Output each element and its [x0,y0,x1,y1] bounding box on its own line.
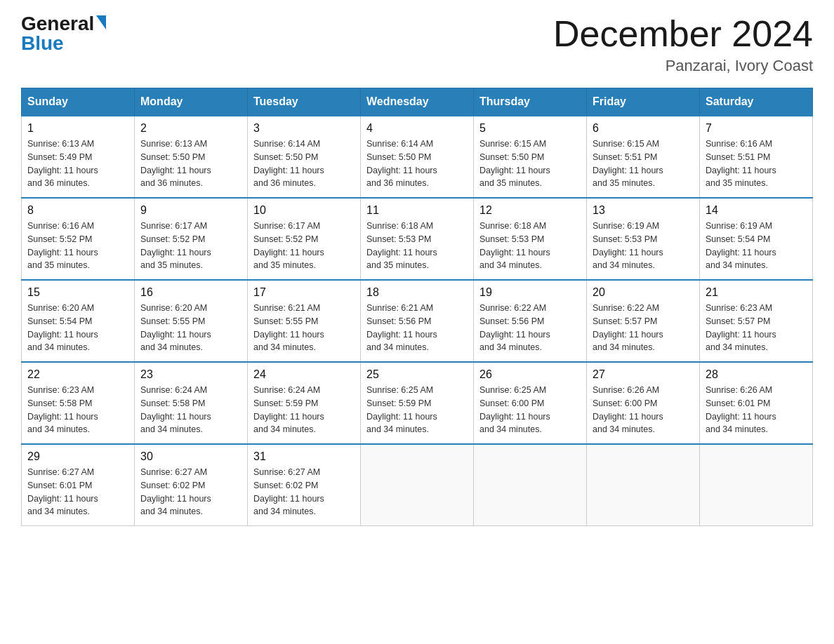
calendar-cell: 10Sunrise: 6:17 AMSunset: 5:52 PMDayligh… [248,198,361,280]
calendar-week-row: 1Sunrise: 6:13 AMSunset: 5:49 PMDaylight… [22,116,813,198]
calendar-cell: 23Sunrise: 6:24 AMSunset: 5:58 PMDayligh… [135,362,248,444]
day-number: 31 [253,450,355,463]
calendar-cell: 31Sunrise: 6:27 AMSunset: 6:02 PMDayligh… [248,444,361,526]
day-info: Sunrise: 6:15 AMSunset: 5:50 PMDaylight:… [479,137,581,190]
calendar-cell: 18Sunrise: 6:21 AMSunset: 5:56 PMDayligh… [361,280,474,362]
calendar-cell: 1Sunrise: 6:13 AMSunset: 5:49 PMDaylight… [22,116,135,198]
calendar-cell: 16Sunrise: 6:20 AMSunset: 5:55 PMDayligh… [135,280,248,362]
day-info: Sunrise: 6:15 AMSunset: 5:51 PMDaylight:… [593,137,694,190]
calendar-cell: 27Sunrise: 6:26 AMSunset: 6:00 PMDayligh… [587,362,700,444]
day-number: 21 [706,286,807,299]
day-number: 27 [593,368,694,381]
day-info: Sunrise: 6:14 AMSunset: 5:50 PMDaylight:… [253,137,355,190]
day-number: 4 [366,122,468,135]
day-number: 25 [366,368,468,381]
calendar-cell: 12Sunrise: 6:18 AMSunset: 5:53 PMDayligh… [474,198,587,280]
calendar-cell: 25Sunrise: 6:25 AMSunset: 5:59 PMDayligh… [361,362,474,444]
calendar-body: 1Sunrise: 6:13 AMSunset: 5:49 PMDaylight… [22,116,813,526]
calendar-cell: 9Sunrise: 6:17 AMSunset: 5:52 PMDaylight… [135,198,248,280]
day-number: 30 [140,450,241,463]
calendar-cell: 17Sunrise: 6:21 AMSunset: 5:55 PMDayligh… [248,280,361,362]
weekday-header-friday: Friday [587,88,700,116]
logo: General Blue [21,14,106,53]
weekday-header-sunday: Sunday [22,88,135,116]
day-info: Sunrise: 6:20 AMSunset: 5:54 PMDaylight:… [27,302,128,354]
day-number: 3 [253,122,355,135]
day-info: Sunrise: 6:26 AMSunset: 6:01 PMDaylight:… [706,384,807,436]
day-number: 10 [253,204,355,217]
day-number: 22 [27,368,128,381]
calendar-cell: 28Sunrise: 6:26 AMSunset: 6:01 PMDayligh… [700,362,813,444]
calendar-cell: 2Sunrise: 6:13 AMSunset: 5:50 PMDaylight… [135,116,248,198]
weekday-header-thursday: Thursday [474,88,587,116]
calendar-cell: 6Sunrise: 6:15 AMSunset: 5:51 PMDaylight… [587,116,700,198]
day-number: 9 [140,204,241,217]
day-number: 8 [27,204,128,217]
day-info: Sunrise: 6:13 AMSunset: 5:50 PMDaylight:… [140,137,241,190]
weekday-header-tuesday: Tuesday [248,88,361,116]
calendar-cell: 15Sunrise: 6:20 AMSunset: 5:54 PMDayligh… [22,280,135,362]
logo-general: General [21,14,94,34]
day-info: Sunrise: 6:25 AMSunset: 5:59 PMDaylight:… [366,384,468,436]
day-info: Sunrise: 6:24 AMSunset: 5:59 PMDaylight:… [253,384,355,436]
day-number: 1 [27,122,128,135]
calendar-cell: 30Sunrise: 6:27 AMSunset: 6:02 PMDayligh… [135,444,248,526]
calendar-cell [474,444,587,526]
calendar-cell: 29Sunrise: 6:27 AMSunset: 6:01 PMDayligh… [22,444,135,526]
weekday-header-wednesday: Wednesday [361,88,474,116]
month-title: December 2024 [553,14,813,54]
day-info: Sunrise: 6:18 AMSunset: 5:53 PMDaylight:… [366,220,468,272]
day-info: Sunrise: 6:17 AMSunset: 5:52 PMDaylight:… [140,220,241,272]
day-info: Sunrise: 6:22 AMSunset: 5:56 PMDaylight:… [479,302,581,354]
calendar-cell: 21Sunrise: 6:23 AMSunset: 5:57 PMDayligh… [700,280,813,362]
day-info: Sunrise: 6:23 AMSunset: 5:57 PMDaylight:… [706,302,807,354]
day-number: 5 [479,122,581,135]
day-number: 16 [140,286,241,299]
day-number: 24 [253,368,355,381]
day-number: 20 [593,286,694,299]
title-block: December 2024 Panzarai, Ivory Coast [553,14,813,75]
day-number: 23 [140,368,241,381]
day-info: Sunrise: 6:26 AMSunset: 6:00 PMDaylight:… [593,384,694,436]
day-info: Sunrise: 6:21 AMSunset: 5:56 PMDaylight:… [366,302,468,354]
calendar-table: SundayMondayTuesdayWednesdayThursdayFrid… [21,88,813,526]
day-number: 14 [706,204,807,217]
day-number: 29 [27,450,128,463]
calendar-cell: 3Sunrise: 6:14 AMSunset: 5:50 PMDaylight… [248,116,361,198]
calendar-cell: 7Sunrise: 6:16 AMSunset: 5:51 PMDaylight… [700,116,813,198]
calendar-cell: 20Sunrise: 6:22 AMSunset: 5:57 PMDayligh… [587,280,700,362]
day-info: Sunrise: 6:25 AMSunset: 6:00 PMDaylight:… [479,384,581,436]
calendar-header: SundayMondayTuesdayWednesdayThursdayFrid… [22,88,813,116]
day-number: 6 [593,122,694,135]
day-number: 17 [253,286,355,299]
day-number: 19 [479,286,581,299]
calendar-cell: 5Sunrise: 6:15 AMSunset: 5:50 PMDaylight… [474,116,587,198]
calendar-cell [700,444,813,526]
calendar-cell: 11Sunrise: 6:18 AMSunset: 5:53 PMDayligh… [361,198,474,280]
calendar-week-row: 29Sunrise: 6:27 AMSunset: 6:01 PMDayligh… [22,444,813,526]
day-number: 7 [706,122,807,135]
logo-blue: Blue [21,34,64,53]
calendar-cell: 4Sunrise: 6:14 AMSunset: 5:50 PMDaylight… [361,116,474,198]
day-info: Sunrise: 6:16 AMSunset: 5:52 PMDaylight:… [27,220,128,272]
day-info: Sunrise: 6:14 AMSunset: 5:50 PMDaylight:… [366,137,468,190]
calendar-cell: 13Sunrise: 6:19 AMSunset: 5:53 PMDayligh… [587,198,700,280]
day-info: Sunrise: 6:17 AMSunset: 5:52 PMDaylight:… [253,220,355,272]
day-info: Sunrise: 6:27 AMSunset: 6:02 PMDaylight:… [253,466,355,518]
day-number: 26 [479,368,581,381]
calendar-cell: 8Sunrise: 6:16 AMSunset: 5:52 PMDaylight… [22,198,135,280]
calendar-week-row: 22Sunrise: 6:23 AMSunset: 5:58 PMDayligh… [22,362,813,444]
day-number: 13 [593,204,694,217]
calendar-cell: 19Sunrise: 6:22 AMSunset: 5:56 PMDayligh… [474,280,587,362]
calendar-cell: 24Sunrise: 6:24 AMSunset: 5:59 PMDayligh… [248,362,361,444]
day-info: Sunrise: 6:16 AMSunset: 5:51 PMDaylight:… [706,137,807,190]
calendar-week-row: 8Sunrise: 6:16 AMSunset: 5:52 PMDaylight… [22,198,813,280]
weekday-header-row: SundayMondayTuesdayWednesdayThursdayFrid… [22,88,813,116]
day-number: 2 [140,122,241,135]
day-info: Sunrise: 6:22 AMSunset: 5:57 PMDaylight:… [593,302,694,354]
day-info: Sunrise: 6:19 AMSunset: 5:54 PMDaylight:… [706,220,807,272]
weekday-header-monday: Monday [135,88,248,116]
day-info: Sunrise: 6:24 AMSunset: 5:58 PMDaylight:… [140,384,241,436]
day-info: Sunrise: 6:19 AMSunset: 5:53 PMDaylight:… [593,220,694,272]
page-header: General Blue December 2024 Panzarai, Ivo… [21,14,813,75]
